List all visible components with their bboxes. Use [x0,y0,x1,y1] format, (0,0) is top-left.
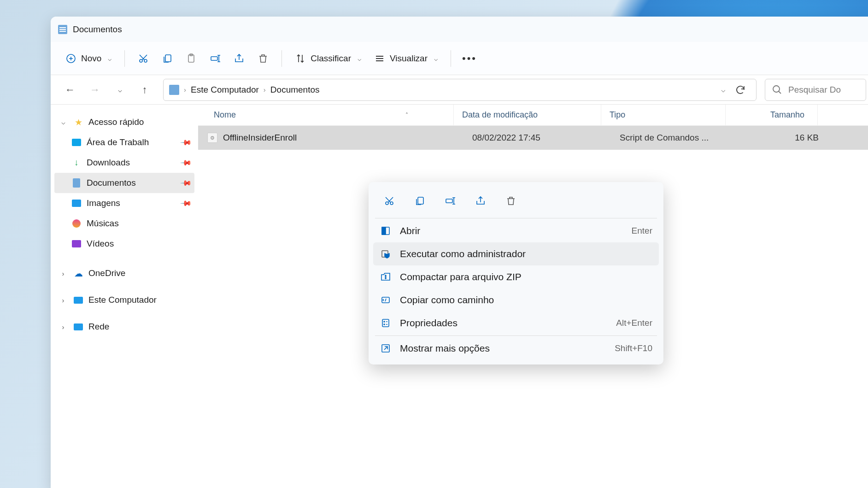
document-icon [58,25,67,34]
sidebar-pictures[interactable]: Imagens 📌 [54,193,194,213]
download-icon: ↓ [71,157,82,168]
context-menu: Abrir Enter Executar como administrador … [369,182,663,365]
svg-point-7 [773,86,780,92]
chevron-down-icon: ⌵ [358,55,361,62]
search-icon [772,84,783,95]
ctx-rename-button[interactable] [440,191,460,211]
svg-rect-13 [382,227,386,235]
new-button[interactable]: Novo ⌵ [60,49,117,68]
properties-icon [380,317,392,329]
image-icon [71,198,82,209]
column-type[interactable]: Tipo [601,105,726,125]
chevron-down-icon: ⌵ [434,55,438,62]
star-icon: ★ [73,117,84,128]
svg-point-17 [384,321,385,322]
sort-icon [295,53,306,64]
chevron-right-icon: › [58,296,68,304]
column-date[interactable]: Data de modificação [454,105,601,125]
svg-rect-6 [211,57,217,60]
address-bar[interactable]: › Este Computador › Documentos ⌵ [163,79,757,101]
ctx-share-button[interactable] [471,191,490,211]
rename-icon [210,53,221,64]
monitor-icon [73,294,84,306]
sidebar-thispc[interactable]: › Este Computador [54,290,194,310]
clipboard-icon [186,53,197,64]
open-icon [380,225,392,237]
trash-icon [258,53,269,64]
column-headers: Nome˄ Data de modificação Tipo Tamanho [198,105,868,126]
ctx-open[interactable]: Abrir Enter [373,219,659,242]
pin-icon: 📌 [180,136,193,149]
share-icon [234,53,245,64]
column-size[interactable]: Tamanho [726,105,818,125]
svg-point-1 [140,59,142,62]
scissors-icon [138,53,149,64]
list-icon [374,53,385,64]
pin-icon: 📌 [180,156,193,169]
search-box[interactable]: Pesquisar Do [765,79,866,101]
breadcrumb-current[interactable]: Documentos [270,85,320,95]
copy-button[interactable] [156,49,178,68]
ctx-compress-zip[interactable]: Compactar para arquivo ZIP [373,265,659,288]
ctx-properties[interactable]: Propriedades Alt+Enter [373,312,659,335]
svg-point-9 [390,202,393,205]
sidebar-music[interactable]: Músicas [54,213,194,234]
ctx-cut-button[interactable] [380,191,399,211]
sidebar-downloads[interactable]: ↓ Downloads 📌 [54,153,194,173]
toolbar: Novo ⌵ Classificar ⌵ Visualizar ⌵ ••• [51,42,868,75]
ctx-show-more[interactable]: Mostrar mais opções Shift+F10 [373,337,659,360]
up-button[interactable]: ↑ [135,80,155,100]
more-icon: ••• [464,53,475,64]
chevron-down-icon: ⌵ [58,118,68,126]
ctx-run-as-admin[interactable]: Executar como administrador [373,242,659,265]
view-button[interactable]: Visualizar ⌵ [369,49,443,68]
column-name[interactable]: Nome˄ [198,105,454,125]
script-file-icon: ⚙ [207,133,217,143]
document-icon [71,177,82,188]
desktop-icon [71,137,82,148]
sidebar-quick-access[interactable]: ⌵ ★ Acesso rápido [54,112,194,132]
pin-icon: 📌 [180,176,193,189]
sidebar-desktop[interactable]: Área de Trabalh 📌 [54,132,194,153]
paste-button[interactable] [180,49,202,68]
share-button[interactable] [228,49,250,68]
more-button[interactable]: ••• [458,49,481,68]
forward-button[interactable]: → [85,80,105,100]
ctx-copy-path[interactable]: Copiar como caminho [373,288,659,312]
sidebar-videos[interactable]: Vídeos [54,234,194,254]
recent-button[interactable]: ⌵ [110,80,130,100]
back-button[interactable]: ← [60,80,80,100]
chevron-right-icon: › [58,323,68,331]
svg-rect-16 [382,319,389,327]
sort-button[interactable]: Classificar ⌵ [289,49,367,68]
copy-icon [162,53,173,64]
network-icon [73,321,84,332]
shield-icon [380,248,392,260]
plus-circle-icon [65,53,76,64]
svg-point-18 [384,324,385,325]
sidebar-network[interactable]: › Rede [54,317,194,337]
chevron-right-icon: › [58,270,68,277]
expand-icon [380,342,392,354]
svg-rect-11 [446,199,452,203]
folder-icon [169,85,179,95]
window-title: Documentos [73,24,122,35]
file-size: 16 KB [736,133,819,143]
breadcrumb-root[interactable]: Este Computador [191,85,259,95]
sidebar-onedrive[interactable]: › ☁ OneDrive [54,263,194,283]
refresh-button[interactable] [730,80,751,100]
cut-button[interactable] [132,49,154,68]
file-type: Script de Comandos ... [611,133,736,143]
navbar: ← → ⌵ ↑ › Este Computador › Documentos ⌵… [51,75,868,105]
svg-point-2 [144,59,147,62]
music-icon [71,218,82,229]
chevron-down-icon[interactable]: ⌵ [721,85,726,94]
delete-button[interactable] [252,49,274,68]
ctx-delete-button[interactable] [501,191,521,211]
rename-button[interactable] [204,49,226,68]
video-icon [71,238,82,249]
file-row[interactable]: ⚙ OfflineInsiderEnroll 08/02/2022 17:45 … [198,126,868,150]
cloud-icon: ☁ [73,268,84,279]
sidebar-documents[interactable]: Documentos 📌 [54,173,194,193]
ctx-copy-button[interactable] [410,191,429,211]
